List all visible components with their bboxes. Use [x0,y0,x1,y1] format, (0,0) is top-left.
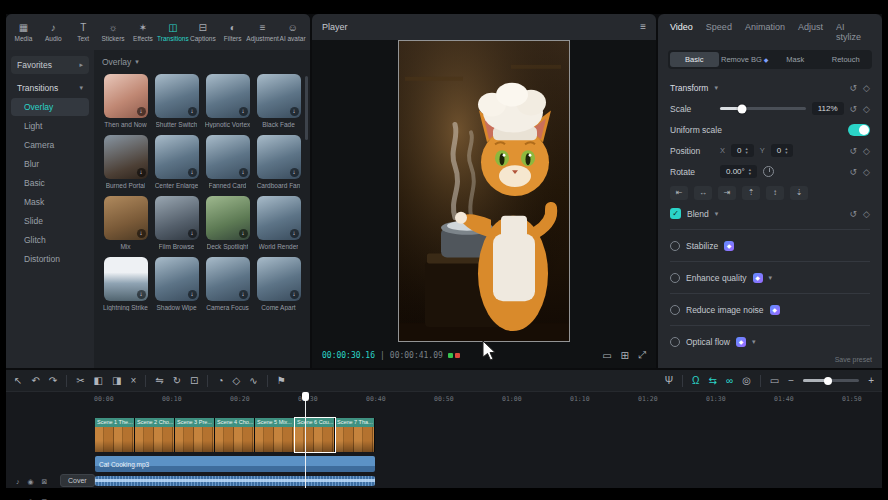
download-icon[interactable]: ↓ [239,168,248,177]
crop-icon[interactable]: ⊡ [190,376,198,386]
align-center-horizontal-icon[interactable]: ↔ [694,186,712,200]
reset-icon[interactable]: ↺ [850,209,858,219]
align-bottom-icon[interactable]: ⇣ [790,186,808,200]
subtab-basic[interactable]: Basic [670,52,719,67]
keyframe-icon[interactable]: ◇ [863,146,870,156]
magnetic-icon[interactable]: Ω [692,376,699,386]
mute-track-icon[interactable]: ♪ [16,478,20,486]
tab-animation[interactable]: Animation [745,22,785,42]
subtab-remove-bg[interactable]: Remove BG◆ [721,52,770,67]
download-icon[interactable]: ↓ [188,290,197,299]
reset-icon[interactable]: ↺ [850,83,858,93]
sidebar-item-light[interactable]: Light [11,117,89,135]
auto-ripple-icon[interactable]: ⇆ [709,376,717,386]
delete-left-icon[interactable]: ◧ [94,376,103,386]
timeline-ruler[interactable]: 00:0000:1000:2000:3000:4000:5001:0001:10… [94,392,882,406]
clip-scene-1-the[interactable]: Scene 1 The... [95,418,135,452]
checkbox-reduce-image-noise[interactable] [670,305,680,315]
player-viewport[interactable] [312,40,656,342]
chevron-down-icon[interactable]: ▾ [714,84,718,92]
uniform-scale-toggle[interactable] [848,124,870,136]
graph-icon[interactable]: ∿ [249,376,257,386]
sidebar-item-camera[interactable]: Camera [11,136,89,154]
position-y-input[interactable]: 0 ▴▾ [771,144,794,157]
marker-icon[interactable]: ⚑ [277,376,286,386]
transition-card-center-enlarge[interactable]: ↓Center Enlarge [153,135,200,189]
speed-icon[interactable]: ◔ [217,376,223,386]
undo-icon[interactable]: ↶ [31,376,39,386]
clip-scene-6-cou[interactable]: Scene 6 Cou... [295,418,335,452]
preview-axis-icon[interactable]: ◎ [742,376,751,386]
keyframe-icon[interactable]: ◇ [863,167,870,177]
toolbar-item-adjustment[interactable]: ≡Adjustment [248,23,277,42]
audio-waveform[interactable] [95,476,375,486]
sidebar-item-glitch[interactable]: Glitch [11,231,89,249]
subtab-mask[interactable]: Mask [771,52,820,67]
split-icon[interactable]: ✂ [76,376,84,386]
sidebar-item-mask[interactable]: Mask [11,193,89,211]
keyframe-icon[interactable]: ◇ [863,104,870,114]
clip-scene-7-tha[interactable]: Scene 7 Tha... [335,418,375,452]
stepper-down-icon[interactable]: ▾ [745,151,747,155]
download-icon[interactable]: ↓ [290,229,299,238]
toolbar-item-audio[interactable]: ♪Audio [39,23,68,42]
transition-card-then-and-now[interactable]: ↓Then and Now [102,74,149,128]
zoom-fit-icon[interactable]: ▭ [770,376,779,386]
library-scrollbar[interactable] [305,76,308,140]
transition-card-film-browse[interactable]: ↓Film Browse [153,196,200,250]
slider-thumb[interactable] [738,104,747,113]
toolbar-item-text[interactable]: TText [69,23,98,42]
sidebar-item-basic[interactable]: Basic [11,174,89,192]
tab-speed[interactable]: Speed [706,22,732,42]
delete-right-icon[interactable]: ◨ [112,376,121,386]
blend-checkbox[interactable]: ✓ [670,208,681,219]
sidebar-item-blur[interactable]: Blur [11,155,89,173]
reset-icon[interactable]: ↺ [850,167,858,177]
checkbox-stabilize[interactable] [670,241,680,251]
delete-icon[interactable]: × [130,376,136,386]
sidebar-item-overlay[interactable]: Overlay [11,98,89,116]
scale-slider[interactable] [720,107,806,110]
toolbar-item-captions[interactable]: ⊟Captions [188,23,217,42]
align-right-icon[interactable]: ⇥ [718,186,736,200]
clip-scene-2-cho[interactable]: Scene 2 Cho... [135,418,175,452]
toolbar-item-filters[interactable]: ◐Filters [218,23,247,42]
download-icon[interactable]: ↓ [239,229,248,238]
transition-card-deck-spotlight[interactable]: ↓Deck Spotlight [204,196,251,250]
transition-card-shutter-switch[interactable]: ↓Shutter Switch [153,74,200,128]
ratio-icon[interactable]: ▭ [602,350,611,361]
transition-card-fanned-card[interactable]: ↓Fanned Card [204,135,251,189]
sidebar-item-slide[interactable]: Slide [11,212,89,230]
zoom-out-icon[interactable]: − [788,376,794,386]
stepper-down-icon[interactable]: ▾ [749,172,751,176]
keyframe-icon[interactable]: ◇ [863,83,870,93]
clip-scene-3-pre[interactable]: Scene 3 Pre... [175,418,215,452]
transition-card-cardboard-fan[interactable]: ↓Cardboard Fan [255,135,302,189]
download-icon[interactable]: ↓ [239,107,248,116]
keyframe-icon[interactable]: ◇ [233,376,241,386]
checkbox-enhance-quality[interactable] [670,273,680,283]
download-icon[interactable]: ↓ [290,107,299,116]
transition-card-shadow-wipe[interactable]: ↓Shadow Wipe [153,257,200,311]
download-icon[interactable]: ↓ [239,290,248,299]
fullscreen-icon[interactable]: ⤢ [638,349,646,361]
save-preset-button[interactable]: Save preset [835,356,872,363]
download-icon[interactable]: ↓ [290,168,299,177]
cover-button[interactable]: Cover [60,474,95,487]
tab-ai-stylize[interactable]: AI stylize [836,22,870,42]
zoom-in-icon[interactable]: + [868,376,874,386]
tab-video[interactable]: Video [670,22,693,42]
align-left-icon[interactable]: ⇤ [670,186,688,200]
transition-card-lightning-strike[interactable]: ↓Lightning Strike [102,257,149,311]
video-preview[interactable] [398,40,570,342]
chevron-down-icon[interactable]: ▾ [752,338,756,346]
zoom-slider-thumb[interactable] [824,377,832,385]
transition-card-mix[interactable]: ↓Mix [102,196,149,250]
reset-icon[interactable]: ↺ [850,104,858,114]
toolbar-item-stickers[interactable]: ☼Stickers [99,23,128,42]
stepper-down-icon[interactable]: ▾ [785,151,787,155]
checkbox-optical-flow[interactable] [670,337,680,347]
download-icon[interactable]: ↓ [188,229,197,238]
playhead-handle[interactable] [302,392,309,401]
download-icon[interactable]: ↓ [137,229,146,238]
